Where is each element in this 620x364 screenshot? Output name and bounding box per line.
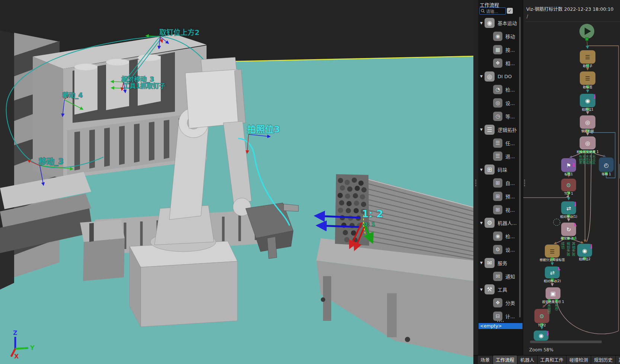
node-photo-pos2[interactable]: ◉拍照位2J [577, 243, 592, 261]
label-move4[interactable]: 移动_4 [63, 92, 83, 99]
svg-text:J: J [574, 201, 576, 206]
label-move3[interactable]: 移动_3 [39, 157, 64, 166]
tree-item-pallet-vision[interactable]: ⊞视... [478, 203, 518, 216]
svg-text:J: J [590, 243, 592, 249]
svg-text:无点区: 无点区 [592, 155, 595, 165]
selected-empty-slot[interactable]: <empty> [479, 323, 522, 329]
tree-item-basic-motion[interactable]: ▼◉基本运动 [478, 16, 518, 30]
expand-arrow-icon[interactable]: ▼ [480, 221, 485, 225]
3d-viewport[interactable]: 取钉位上方2 相对移动_3 工具1抓取钉子 移动_4 移动_3 拍照位3 1: … [0, 0, 473, 364]
run-workflow-button[interactable] [579, 24, 594, 39]
svg-text:规划失败: 规划失败 [566, 242, 571, 256]
expand-arrow-icon[interactable]: ▼ [480, 288, 485, 291]
tab-other[interactable]: 其他 [616, 355, 620, 364]
tab-workflow[interactable]: 工作流程 [493, 355, 517, 364]
workflow-graph-panel[interactable]: Viz-钢筋打标计数 2022-12-23 18:00:10 / [523, 0, 620, 355]
svg-text:◎: ◎ [585, 140, 590, 147]
di-check-icon: ◔ [493, 85, 502, 94]
svg-text:⇄: ⇄ [566, 205, 571, 212]
do-set-icon: ◎ [493, 98, 502, 108]
node-vision-move1[interactable]: ↻视觉移动_1L [560, 222, 577, 240]
svg-text:等待 1: 等待 1 [601, 172, 611, 176]
graph-vscrollbar[interactable] [619, 164, 620, 179]
svg-text:用尽: 用尽 [555, 304, 559, 311]
filter-checkbox[interactable]: ✓ [507, 8, 513, 14]
node-rebar-photo[interactable]: ◎钢筋拍照 [580, 115, 595, 133]
tree-item-pallet-preset[interactable]: ⊞预... [478, 189, 518, 203]
tree-item-palletize[interactable]: ▼⊞码垛 [478, 163, 518, 176]
tree-item-di-do[interactable]: ▼◎DI DO [478, 70, 518, 83]
tree-item-exit[interactable]: ☰退... [478, 150, 518, 163]
svg-text:TCP2: TCP2 [537, 323, 546, 327]
node-tcp1[interactable]: ⚙TCP 1 [561, 179, 576, 195]
zoom-level-label: Zoom 58% [529, 347, 553, 352]
node-relative-move2[interactable]: ⇄相对移动(2)L [544, 266, 561, 283]
move-pin-icon: ◉ [493, 32, 502, 41]
svg-text:⇄: ⇄ [550, 269, 555, 276]
svg-text:钢筋拍照: 钢筋拍照 [581, 129, 594, 133]
node-wait1[interactable]: ◴等待 1 [599, 157, 614, 176]
svg-text:☰: ☰ [585, 75, 590, 82]
label-pick-above[interactable]: 取钉位上方2 [159, 28, 199, 36]
graph-hscrollbar[interactable] [530, 341, 602, 343]
tab-collision-detection[interactable]: 碰撞检测 [567, 355, 591, 364]
tree-item-move-by[interactable]: ▦按... [478, 43, 518, 57]
svg-text:⚙: ⚙ [566, 182, 571, 189]
node-photo-bottom[interactable]: ◉J [534, 330, 549, 341]
expand-arrow-icon[interactable]: ▼ [480, 128, 485, 131]
tree-splitter-handle-icon[interactable] [497, 321, 504, 322]
node-take-label[interactable]: ☰取标签 [580, 71, 595, 89]
pin-icon: ◉ [485, 18, 495, 28]
two-pins-icon: ❖ [493, 58, 502, 68]
tree-item-service[interactable]: ▼✉服务 [478, 256, 518, 269]
node-vision-exhausted[interactable]: ▣视觉结果用尽 1 [542, 287, 564, 304]
service-icon: ✉ [485, 258, 495, 268]
svg-text:1: 1 [572, 162, 575, 167]
search-input[interactable]: 请输... [479, 7, 506, 15]
search-icon [481, 9, 485, 13]
tree-item-move[interactable]: ◉移动 [478, 30, 518, 43]
expand-arrow-icon[interactable]: ▼ [480, 74, 485, 78]
tree-item-tools[interactable]: ▼⚒工具 [478, 283, 518, 296]
tab-scene[interactable]: 场景 [478, 355, 492, 364]
expand-arrow-icon[interactable]: ▼ [480, 261, 485, 265]
expand-arrow-icon[interactable]: ▼ [480, 21, 485, 25]
node-label1[interactable]: ⚑标签11 [561, 158, 576, 176]
node-photo-pos1[interactable]: ◉拍照位1J [580, 93, 595, 111]
node-check-vision-result[interactable]: ◎检查视觉结果 1 [576, 137, 598, 154]
tree-item-robot-check[interactable]: ◉检... [478, 230, 518, 243]
tree-item-pallet-custom[interactable]: ⊞自... [478, 176, 518, 190]
node-take-nails[interactable]: ☰取钉子 [580, 50, 595, 68]
tree-item-do-set[interactable]: ◎设... [478, 96, 518, 110]
tree-item-classify[interactable]: ❖分类 [478, 296, 518, 310]
svg-text:J: J [594, 93, 595, 99]
node-relative-move1[interactable]: ⇄相对移动(1)J [560, 201, 577, 218]
label-photo-pos3[interactable]: 拍照位3 [247, 124, 280, 135]
svg-text:L: L [574, 222, 577, 227]
workflow-nodes: ☰取钉子 ☰取标签 ◉拍照位1J ◎钢筋拍照 ◎检查视觉结果 1 ⚑标签11 ◴… [534, 50, 614, 341]
expand-arrow-icon[interactable]: ▼ [480, 168, 485, 172]
tab-robot[interactable]: 机器人 [518, 355, 537, 364]
label-tool-grab[interactable]: 工具1抓取钉子 [123, 82, 166, 90]
tab-tools-workpieces[interactable]: 工具和工件 [538, 355, 566, 364]
label-relative-move[interactable]: 相对移动_3 [121, 76, 154, 83]
tree-item-robot[interactable]: ▼⚙机器人... [478, 216, 518, 230]
classify-icon: ❖ [493, 298, 502, 307]
svg-text:J: J [547, 330, 549, 335]
tree-item-logic[interactable]: ▼☰逻辑拓扑 [478, 123, 518, 136]
tab-planning-history[interactable]: 规划历史 [591, 355, 615, 364]
node-graph-canvas[interactable]: ☰取钉子 ☰取标签 ◉拍照位1J ◎钢筋拍照 ◎检查视觉结果 1 ⚑标签11 ◴… [523, 0, 620, 355]
tree-scrollbar[interactable] [519, 17, 521, 317]
tree-item-di-check[interactable]: ◔检... [478, 83, 518, 96]
tree-item-task[interactable]: ☰任... [478, 136, 518, 150]
exit-layers-icon: ☰ [493, 151, 502, 161]
pallet-icon: ⊞ [485, 165, 495, 175]
tree-item-relative[interactable]: ❖相... [478, 56, 518, 70]
node-library-tree: ▼◉基本运动 ◉移动 ▦按... ❖相... ▼◎DI DO ◔检... ◎设.… [478, 16, 518, 323]
tree-item-notify[interactable]: ✉通知 [478, 269, 518, 283]
splitter-handle-icon[interactable] [475, 180, 476, 187]
tree-item-robot-set[interactable]: ⚙设... [478, 243, 518, 256]
pallet-vision-icon: ⊞ [493, 205, 502, 214]
tree-item-wait[interactable]: ◷等... [478, 110, 518, 123]
panel-splitter[interactable] [473, 0, 478, 355]
